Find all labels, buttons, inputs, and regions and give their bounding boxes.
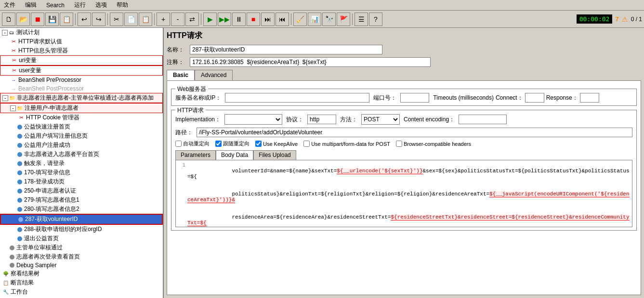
comment-input[interactable] [190,57,431,67]
code-text-2: politicsStatus}&religionTxt=${religionTx… [187,185,630,208]
tree-non-vol-enter[interactable]: 非志愿者进入志愿者平台首页 [0,150,163,159]
menu-file[interactable]: 文件 [2,0,17,10]
tree-register-success[interactable]: 公益用户注册成功 [0,141,163,150]
follow-redirect-input[interactable] [215,141,222,147]
toolbar-list[interactable]: ☰ [355,13,368,26]
tree-exit-public[interactable]: 退出公益首页 [0,234,163,243]
body-tab-body-data[interactable]: Body Data [216,150,253,160]
tree-fill-login[interactable]: 170-填写登录信息 [0,168,163,177]
follow-redirect-check[interactable]: 跟随重定向 [215,140,250,147]
toolbar-save-as[interactable]: 📋 [60,13,73,26]
toolbar-copy[interactable]: 📄 [124,13,138,26]
toolbar-new[interactable]: 🗋 [2,13,15,26]
toolbar-collapse[interactable]: - [171,13,184,26]
tree-beanshell-pre-label: BeanShell PreProcessor [17,77,81,83]
connect-input[interactable] [525,93,544,103]
toolbar-chart[interactable]: 📊 [308,13,321,26]
tree-http-default[interactable]: ✂ HTTP请求默认值 [0,37,163,46]
multipart-input[interactable] [303,141,310,147]
path-input[interactable] [197,128,632,137]
tree-root[interactable]: - 🗂 测试计划 [0,28,163,37]
expand-register[interactable]: - [10,105,16,111]
menu-run[interactable]: 运行 [72,0,88,10]
toolbar-play[interactable]: ▶ [203,13,217,26]
toolbar-cut[interactable]: ✂ [110,13,123,26]
toolbar: 🗋 📂 ⏹ 💾 📋 ↩ ↪ ✂ 📄 📋 + - ⇄ ▶ ▶▶ ⏸ ■ ⏭ ⏮ 🧹… [0,11,644,28]
tree-volunteer-register[interactable]: - 📁 非志愿者注册志愿者-主管单位审核通过-志愿者再添加 [0,93,163,103]
auto-redirect-input[interactable] [175,141,182,147]
server-input[interactable] [225,93,369,103]
tree-uri-var[interactable]: ✂ uri变量 [0,55,163,65]
protocol-input[interactable] [307,115,336,124]
toolbar-paste[interactable]: 📋 [139,13,152,26]
body-tab-files-upload[interactable]: Files Upload [253,150,296,160]
toolbar-play-all[interactable]: ▶▶ [218,13,231,26]
toolbar-stop[interactable]: ■ [247,13,260,26]
tree-supervisor-approve[interactable]: 主管单位审核通过 [0,243,163,252]
impl-select[interactable] [224,114,282,125]
toolbar-open[interactable]: 📂 [16,13,30,26]
tree-debug-sampler[interactable]: Debug Sampler [0,261,163,269]
toolbar-redo[interactable]: ↪ [92,13,105,26]
tree-fast-register[interactable]: 公益快速注册首页 [0,122,163,131]
tree-user-var[interactable]: ✂ user变量 [0,65,163,76]
tree-trigger-login[interactable]: 触发亲，请登录 [0,159,163,168]
menu-search[interactable]: Search [44,1,66,10]
toolbar-broom[interactable]: 🧹 [293,13,307,26]
tree-vol-recheck-label: 志愿者再次登录查看首页 [14,253,80,261]
tree-beanshell-pre[interactable]: → BeanShell PreProcessor [0,76,163,84]
browser-headers-input[interactable] [396,141,402,147]
toolbar-forward[interactable]: ⏭ [261,13,275,26]
toolbar-help[interactable]: ? [369,13,382,26]
toolbar-save[interactable]: 💾 [45,13,59,26]
browser-headers-check[interactable]: Browser-compatible headers [396,141,471,147]
toolbar-toggle[interactable]: ⇄ [185,13,199,26]
method-select[interactable]: POST [361,114,400,125]
auto-redirect-check[interactable]: 自动重定向 [175,140,210,147]
tree-http-header[interactable]: ✂ HTTP信息头管理器 [0,46,163,55]
tree-register-success-label: 公益用户注册成功 [22,141,70,149]
toolbar-pause[interactable]: ⏸ [232,13,246,26]
encoding-input[interactable] [459,115,507,124]
toolbar-record-stop[interactable]: ⏹ [31,13,44,26]
tree-assert-results[interactable]: 📋 断言结果 [0,278,163,287]
toolbar-expand[interactable]: + [157,13,170,26]
comment-label: 注释： [167,58,186,66]
keepalive-check[interactable]: Use KeepAlive [255,141,298,147]
tree-vol-auth[interactable]: 250-申请志愿者认证 [0,186,163,195]
menu-edit[interactable]: 编辑 [23,0,39,10]
expand-root[interactable]: - [2,30,8,36]
toolbar-undo[interactable]: ↩ [78,13,91,26]
tree-view-results[interactable]: 🌳 察看结果树 [0,269,163,278]
tree-fill-vol-info2[interactable]: 280-填写志愿者信息2 [0,205,163,214]
circle-blue-icon-12 [17,227,22,232]
tree-http-cookie-label: HTTP Cookie 管理器 [25,114,79,122]
toolbar-binoculars[interactable]: 🔭 [322,13,336,26]
toolbar-flag[interactable]: 🚩 [337,13,350,26]
port-input[interactable] [400,93,429,103]
tree-vol-recheck[interactable]: 志愿者再次登录查看首页 [0,252,163,261]
tab-basic[interactable]: Basic [167,70,195,80]
tree-workbench[interactable]: 🔧 工作台 [0,287,163,297]
tree-info-page[interactable]: 公益用户填写注册信息页 [0,131,163,141]
tab-advanced[interactable]: Advanced [195,70,233,80]
tree-http-cookie[interactable]: ✂ HTTP Cookie 管理器 [0,113,163,122]
tree-root-label: 测试计划 [15,28,39,37]
tree-fill-vol-info1[interactable]: 279-填写志愿者信息1 [0,195,163,205]
tree-register-user[interactable]: - 📁 注册用户-申请志愿者 [0,103,163,113]
toolbar-back[interactable]: ⏮ [276,13,289,26]
expand-volunteer[interactable]: - [2,95,8,101]
tree-login-success[interactable]: 178-登录成功页 [0,177,163,186]
tree-get-volunteer-id[interactable]: 287-获取volunteerID [0,214,163,225]
menu-options[interactable]: 选项 [93,0,109,10]
multipart-check[interactable]: Use multipart/form-data for POST [303,141,390,147]
tree-beanshell-post[interactable]: → BeanShell PostProcessor [0,84,163,93]
circle-blue-icon-10 [17,207,22,212]
menu-help[interactable]: 帮助 [115,0,130,10]
circle-blue-icon-11 [18,217,23,222]
body-tab-parameters[interactable]: Parameters [175,150,216,160]
tree-get-org-id[interactable]: 288-获取申请组织的对应orgID [0,225,163,234]
keepalive-input[interactable] [255,141,262,147]
name-input[interactable] [190,45,382,54]
response-input[interactable] [580,93,599,103]
